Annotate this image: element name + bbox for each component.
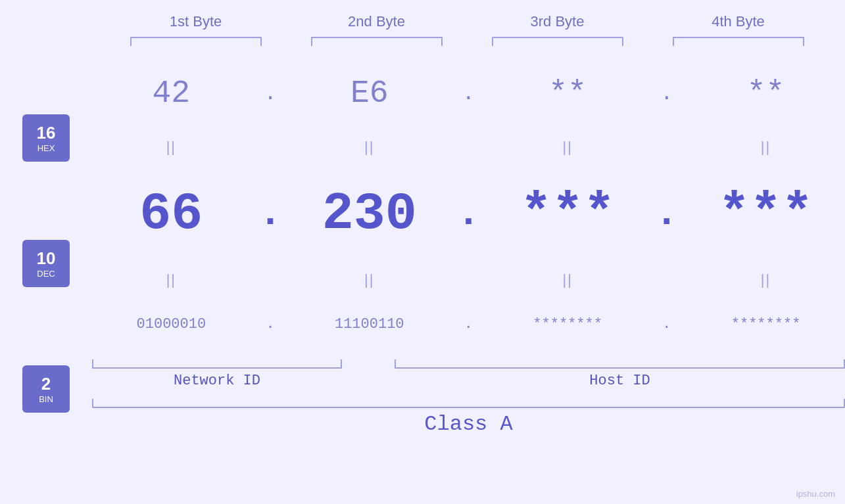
class-bracket xyxy=(92,399,845,408)
dec-row: 66 . 230 . *** . *** xyxy=(92,184,845,244)
dec-b4-cell: *** xyxy=(694,184,838,244)
dec-b1-cell: 66 xyxy=(99,184,243,244)
dec-b2-cell: 230 xyxy=(297,184,442,244)
byte3-top-bracket xyxy=(492,37,623,46)
eq1-b3: || xyxy=(495,139,640,156)
dec-b4-value: *** xyxy=(719,184,813,244)
hex-dot3: . xyxy=(654,81,680,106)
bin-b2-value: 11100110 xyxy=(335,316,404,332)
byte3-header: 3rd Byte xyxy=(485,13,630,30)
hex-dot1: . xyxy=(257,81,283,106)
byte1-header: 1st Byte xyxy=(124,13,268,30)
byte-headers: 1st Byte 2nd Byte 3rd Byte 4th Byte xyxy=(105,13,829,30)
eq1-b4: || xyxy=(694,139,838,156)
bin-badge: 2 BIN xyxy=(22,365,70,413)
bin-dot3: . xyxy=(654,316,680,332)
bin-b1-value: 01000010 xyxy=(137,316,206,332)
bin-dot2: . xyxy=(455,316,481,332)
values-area: 42 . E6 . ** . ** xyxy=(92,56,845,504)
byte1-top-bracket xyxy=(130,37,262,46)
bin-b1-cell: 01000010 xyxy=(99,316,243,332)
equals-row-2: || || || || xyxy=(92,270,845,290)
hex-badge: 16 HEX xyxy=(22,114,70,162)
hex-b3-value: ** xyxy=(548,76,587,111)
byte4-header: 4th Byte xyxy=(666,13,811,30)
dec-b2-value: 230 xyxy=(322,184,417,244)
hex-b3-cell: ** xyxy=(495,76,640,111)
bin-b4-cell: ******** xyxy=(694,316,838,332)
base-badges: 16 HEX 10 DEC 2 BIN xyxy=(0,56,92,504)
bin-b2-cell: 11100110 xyxy=(297,316,442,332)
bin-dot1: . xyxy=(257,316,283,332)
class-label: Class A xyxy=(92,412,845,436)
main-grid: 16 HEX 10 DEC 2 BIN 42 . xyxy=(0,56,845,504)
network-id-bracket xyxy=(92,359,342,369)
host-id-label: Host ID xyxy=(395,373,845,389)
watermark: ipshu.com xyxy=(796,489,835,499)
bin-b3-value: ******** xyxy=(533,316,602,332)
eq2-b4: || xyxy=(694,271,838,288)
dec-badge: 10 DEC xyxy=(22,240,70,287)
main-container: 1st Byte 2nd Byte 3rd Byte 4th Byte 16 H… xyxy=(0,0,845,504)
dec-dot1: . xyxy=(257,191,283,236)
dec-dot2: . xyxy=(455,191,481,236)
equals-row-1: || || || || xyxy=(92,137,845,157)
dec-b3-value: *** xyxy=(520,184,615,244)
bin-row: 01000010 . 11100110 . ******** . xyxy=(92,316,845,332)
byte4-top-bracket xyxy=(673,37,804,46)
hex-b2-cell: E6 xyxy=(297,76,442,111)
hex-b1-value: 42 xyxy=(153,76,191,111)
eq1-b2: || xyxy=(297,139,442,156)
host-id-bracket xyxy=(395,359,845,369)
eq1-b1: || xyxy=(99,139,243,156)
top-brackets xyxy=(105,37,829,46)
hex-b4-value: ** xyxy=(747,76,785,111)
network-id-label: Network ID xyxy=(92,373,342,389)
dec-dot3: . xyxy=(654,191,680,236)
hex-row: 42 . E6 . ** . ** xyxy=(92,76,845,111)
hex-b1-cell: 42 xyxy=(99,76,243,111)
eq2-b2: || xyxy=(297,271,442,288)
bin-b3-cell: ******** xyxy=(495,316,640,332)
dec-b3-cell: *** xyxy=(495,184,640,244)
eq2-b3: || xyxy=(495,271,640,288)
hex-dot2: . xyxy=(455,81,481,106)
hex-b2-value: E6 xyxy=(350,76,389,111)
eq2-b1: || xyxy=(99,271,243,288)
byte2-header: 2nd Byte xyxy=(304,13,449,30)
hex-b4-cell: ** xyxy=(694,76,838,111)
bottom-labels: Network ID Host ID Class A xyxy=(92,359,845,438)
bin-b4-value: ******** xyxy=(731,316,801,332)
dec-b1-value: 66 xyxy=(139,184,203,244)
byte2-top-bracket xyxy=(311,37,443,46)
